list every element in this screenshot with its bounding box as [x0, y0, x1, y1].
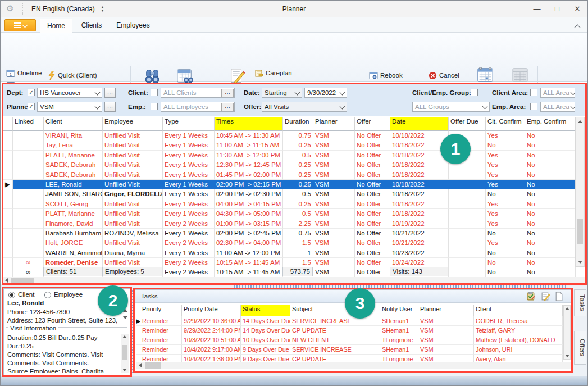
emp-checkbox[interactable] [151, 103, 158, 110]
dept-checkbox[interactable] [28, 89, 35, 96]
col-priority-date[interactable]: Priority Date [182, 305, 241, 316]
employee-radio[interactable] [44, 292, 51, 298]
visits-vscrollbar[interactable] [575, 117, 585, 267]
task-row[interactable]: ▶Reminder9/29/2022 10:36:00 AM14 Days Ov… [136, 316, 563, 326]
scroll-up-icon[interactable] [122, 335, 127, 338]
col-planner[interactable]: Planner [313, 117, 355, 131]
col-offer-due[interactable]: Offer Due [449, 117, 486, 131]
vertical-splitter[interactable] [131, 290, 134, 374]
maximize-button[interactable]: □ [547, 1, 567, 17]
emp-filter-input[interactable]: ALL Employees… [161, 102, 235, 112]
offer-select[interactable]: All Visits [262, 102, 347, 112]
visit-row[interactable]: PLATT, MarianneUnfilled VisitEvery 1 Wee… [3, 151, 575, 160]
col-clt-confirm[interactable]: Clt. Confirm [486, 117, 525, 131]
task-complete-icon[interactable] [526, 292, 536, 303]
col-priority[interactable]: Priority [140, 305, 182, 316]
minimize-button[interactable]: — [527, 1, 547, 17]
task-row[interactable]: Reminder10/4/2022 9:17:00 AM9 Days Over … [136, 345, 563, 355]
visit-row[interactable]: PLATT, MarianneUnfilled VisitEvery 1 Wee… [3, 209, 575, 219]
col-task-planner[interactable]: Planner [418, 305, 474, 316]
new-task-icon[interactable] [554, 292, 564, 303]
side-tab-offers[interactable]: Offers [574, 331, 586, 365]
visit-row[interactable]: Tay, LenaUnfilled VisitEvery 1 Weeks11:0… [3, 140, 575, 150]
offer-cell: No Offer [355, 140, 390, 150]
group-checkbox[interactable] [471, 89, 478, 96]
cancel-button[interactable]: Cancel [429, 70, 459, 81]
dept-browse-button[interactable]: … [104, 88, 116, 98]
visit-row[interactable]: SCOTT, GeorgUnfilled VisitEvery 1 Weeks0… [3, 199, 575, 209]
visit-row[interactable]: SADEK, DeborahUnfilled VisitEvery 1 Week… [3, 160, 575, 170]
client-filter-input[interactable]: ALL Clients… [161, 88, 235, 98]
visit-row[interactable]: Barabash Burnham, ...ROZINOV, MelissaEve… [3, 229, 575, 238]
scroll-thumb[interactable] [145, 362, 161, 369]
col-linked[interactable]: Linked [13, 117, 44, 131]
col-status[interactable]: Status [241, 305, 290, 316]
side-tab-tasks[interactable]: Tasks [574, 289, 586, 316]
rebook-button[interactable]: Rebook [369, 70, 403, 81]
client-checkbox[interactable] [151, 89, 158, 96]
date-value-select[interactable]: 9/30/2022 [304, 88, 347, 98]
col-employee[interactable]: Employee [103, 117, 163, 131]
scroll-thumb[interactable] [122, 345, 127, 360]
employee-radio-label[interactable]: Employee [54, 291, 83, 298]
client-radio[interactable] [8, 292, 15, 298]
col-notify-user[interactable]: Notify User [380, 305, 418, 316]
col-task-client[interactable]: Client [474, 305, 563, 316]
planner-select[interactable]: VSM [37, 102, 102, 112]
scroll-thumb[interactable] [577, 219, 583, 244]
scroll-down-icon[interactable] [123, 316, 127, 319]
scroll-left-icon[interactable] [5, 278, 8, 283]
visit-info-scrollbar[interactable] [121, 334, 129, 373]
scroll-down-icon[interactable] [122, 369, 127, 371]
client-area-select[interactable]: ALL Area [540, 88, 575, 98]
scroll-down-icon[interactable] [565, 355, 569, 357]
scroll-up-icon[interactable] [565, 307, 569, 310]
horizontal-splitter[interactable] [234, 285, 566, 288]
tab-home[interactable]: Home [40, 19, 72, 33]
col-times[interactable]: Times [215, 117, 283, 131]
scroll-down-icon[interactable] [578, 261, 582, 264]
visit-row[interactable]: WARREN, Aminmoha...Duana, MyrnaEvery 1 W… [3, 248, 575, 258]
close-button[interactable]: ✕ [567, 1, 587, 17]
careplan-button[interactable]: Careplan [254, 67, 292, 79]
tasks-hscrollbar[interactable] [136, 362, 571, 369]
client-area-checkbox[interactable] [530, 89, 537, 96]
onetime-button[interactable]: 1 Onetime [6, 67, 42, 79]
tasks-vscrollbar[interactable] [563, 305, 571, 360]
scroll-left-icon[interactable] [139, 363, 142, 367]
planner-browse-button[interactable]: … [104, 102, 116, 112]
visit-row[interactable]: ∞Romeder, DeniseUnfilled VisitEvery 2 We… [3, 258, 575, 267]
col-client[interactable]: Client [44, 117, 103, 131]
quick-client-button[interactable]: Quick (Client) [48, 70, 97, 81]
visit-row[interactable]: ▶LEE, RonaldUnfilled VisitEvery 1 Weeks0… [3, 180, 575, 189]
client-browse-button[interactable]: … [221, 89, 234, 98]
emp-area-select[interactable]: ALL Area [540, 102, 575, 112]
date-mode-select[interactable]: Starting [262, 88, 302, 98]
scroll-up-icon[interactable] [578, 120, 582, 123]
tab-clients[interactable]: Clients [74, 19, 109, 33]
col-offer[interactable]: Offer [355, 117, 390, 131]
visits-hscrollbar[interactable] [2, 277, 585, 284]
task-row[interactable]: Reminder10/3/2022 10:51:00 AM10 Days Ove… [136, 335, 563, 345]
col-emp-confirm[interactable]: Emp. Confirm [525, 117, 576, 131]
group-select[interactable]: ALL Groups [412, 102, 490, 112]
col-date[interactable]: Date [390, 117, 449, 131]
file-menu-button[interactable] [4, 19, 36, 31]
task-row[interactable]: Reminder9/29/2022 2:44:00 PM14 Days Over… [136, 326, 563, 335]
visit-row[interactable]: VIRANI, RitaUnfilled VisitEvery 1 Weeks1… [3, 131, 575, 140]
client-radio-label[interactable]: Client [18, 291, 34, 298]
scroll-thumb[interactable] [11, 278, 34, 284]
emp-area-checkbox[interactable] [530, 103, 537, 110]
visit-row[interactable]: JAMIESON, SHARONGrigor, FLORDELIZAEvery … [3, 189, 575, 199]
visit-row[interactable]: SADEK, DeborahUnfilled VisitEvery 1 Week… [3, 170, 575, 180]
col-duration[interactable]: Duration [283, 117, 313, 131]
edit-task-icon[interactable] [541, 292, 550, 303]
dept-select[interactable]: HS Vancouver [37, 88, 102, 98]
visit-row[interactable]: Finamore, DavidUnfilled VisitEvery 2 Wee… [3, 219, 575, 229]
emp-browse-button[interactable]: … [221, 103, 234, 112]
tab-employees[interactable]: Employees [111, 19, 156, 33]
col-type[interactable]: Type [163, 117, 215, 131]
planner-checkbox[interactable] [28, 103, 35, 110]
visit-row[interactable]: Holt, JORGEUnfilled VisitEvery 2 Weeks02… [3, 238, 575, 248]
duration-cell: 0.25 [283, 140, 313, 150]
